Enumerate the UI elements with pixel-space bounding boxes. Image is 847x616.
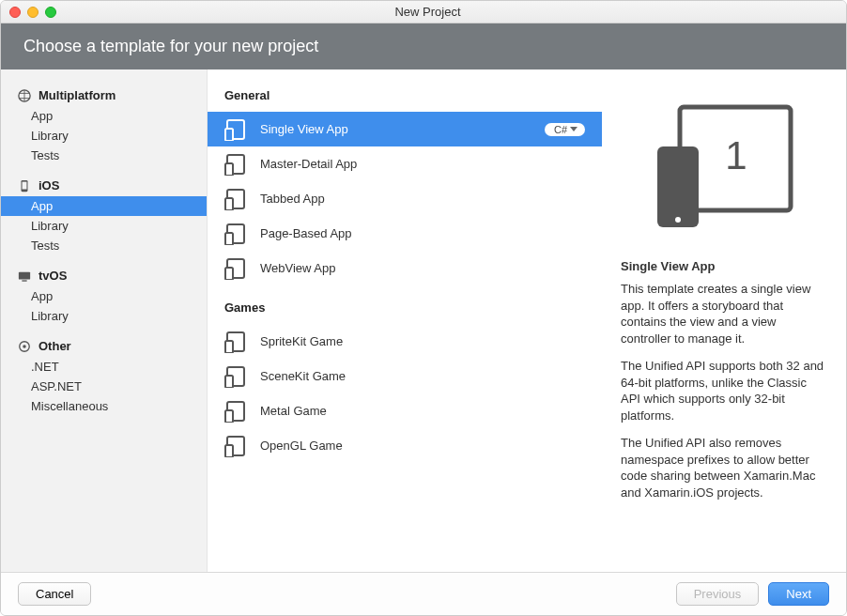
svg-rect-14 [225, 233, 233, 245]
template-icon [224, 257, 247, 280]
template-single-view-app[interactable]: Single View App C# [208, 112, 602, 146]
sidebar-item-misc[interactable]: Miscellaneous [1, 396, 207, 416]
template-icon [224, 188, 247, 210]
language-badge[interactable]: C# [545, 123, 585, 136]
sidebar-item-app[interactable]: App [1, 196, 207, 216]
category-label: Other [38, 339, 71, 353]
chevron-down-icon [570, 127, 578, 132]
svg-rect-16 [225, 268, 233, 280]
template-icon [224, 400, 247, 423]
svg-rect-26 [657, 146, 699, 227]
template-label: Tabbed App [260, 192, 585, 206]
sidebar-item-app[interactable]: App [1, 106, 207, 126]
new-project-window: New Project Choose a template for your n… [0, 0, 847, 616]
group-general: General [208, 85, 602, 112]
svg-point-27 [675, 217, 681, 223]
sidebar-item-tests[interactable]: Tests [1, 146, 207, 165]
template-icon [224, 153, 247, 176]
detail-paragraph: The Unified API also removes namespace p… [621, 435, 827, 500]
template-list: General Single View App C# Master-Detail… [208, 69, 602, 572]
sidebar-item-library[interactable]: Library [1, 306, 207, 326]
template-icon [224, 435, 247, 457]
sidebar-item-library[interactable]: Library [1, 126, 207, 146]
previous-button[interactable]: Previous [676, 582, 760, 606]
template-metal-game[interactable]: Metal Game [208, 393, 602, 428]
sidebar-item-tests[interactable]: Tests [1, 236, 207, 255]
cancel-button[interactable]: Cancel [18, 582, 91, 606]
illustration-digit: 1 [725, 133, 747, 177]
category-other[interactable]: Other [1, 335, 207, 357]
ios-icon [18, 179, 31, 192]
group-games: Games [208, 297, 602, 324]
svg-rect-3 [19, 271, 30, 279]
window-title: New Project [56, 5, 799, 19]
template-tabbed-app[interactable]: Tabbed App [208, 181, 602, 216]
template-label: Page-Based App [260, 226, 585, 240]
template-spritekit-game[interactable]: SpriteKit Game [208, 324, 602, 359]
template-icon [224, 331, 247, 353]
svg-rect-22 [225, 410, 233, 423]
sidebar-item-dotnet[interactable]: .NET [1, 357, 207, 377]
sidebar-item-library[interactable]: Library [1, 216, 207, 236]
sidebar-item-aspnet[interactable]: ASP.NET [1, 377, 207, 396]
svg-rect-24 [225, 445, 233, 457]
template-label: Master-Detail App [260, 157, 585, 171]
category-multiplatform[interactable]: Multiplatform [1, 85, 207, 106]
svg-rect-4 [22, 280, 26, 281]
category-label: tvOS [38, 269, 67, 283]
template-icon [224, 118, 247, 141]
next-button[interactable]: Next [768, 582, 829, 606]
page-title: Choose a template for your new project [1, 23, 846, 69]
footer: Cancel Previous Next [1, 572, 846, 615]
svg-rect-18 [225, 341, 233, 353]
template-label: Single View App [260, 122, 531, 136]
svg-rect-12 [225, 198, 233, 210]
close-icon[interactable] [9, 7, 21, 18]
category-label: Multiplatform [38, 88, 116, 102]
category-label: iOS [38, 178, 59, 192]
template-label: Metal Game [260, 404, 585, 418]
minimize-icon[interactable] [27, 7, 38, 18]
template-label: WebView App [260, 261, 585, 275]
template-opengl-game[interactable]: OpenGL Game [208, 428, 602, 463]
template-page-based-app[interactable]: Page-Based App [208, 216, 602, 251]
sidebar: Multiplatform App Library Tests iOS App … [1, 69, 208, 572]
tvos-icon [18, 270, 31, 283]
template-scenekit-game[interactable]: SceneKit Game [208, 359, 602, 393]
sidebar-item-app[interactable]: App [1, 286, 207, 306]
template-webview-app[interactable]: WebView App [208, 251, 602, 285]
maximize-icon[interactable] [45, 7, 56, 18]
template-master-detail-app[interactable]: Master-Detail App [208, 146, 602, 181]
svg-rect-10 [225, 163, 233, 176]
svg-rect-2 [23, 181, 27, 189]
template-label: SpriteKit Game [260, 334, 585, 348]
template-icon [224, 223, 247, 245]
svg-point-6 [23, 345, 26, 348]
category-tvos[interactable]: tvOS [1, 265, 207, 286]
titlebar: New Project [1, 1, 846, 23]
detail-paragraph: This template creates a single view app.… [621, 281, 827, 346]
template-icon [224, 365, 247, 388]
template-detail: 1 Single View App This template creates … [602, 69, 846, 572]
category-ios[interactable]: iOS [1, 175, 207, 196]
multiplatform-icon [18, 89, 31, 102]
svg-rect-8 [225, 129, 233, 141]
content: Multiplatform App Library Tests iOS App … [1, 69, 846, 572]
template-label: OpenGL Game [260, 439, 585, 453]
detail-paragraph: The Unified API supports both 32 and 64-… [621, 358, 827, 424]
template-label: SceneKit Game [260, 369, 585, 383]
other-icon [18, 340, 31, 353]
detail-title: Single View App [621, 259, 827, 273]
svg-rect-20 [225, 376, 233, 388]
detail-illustration: 1 [621, 101, 827, 233]
